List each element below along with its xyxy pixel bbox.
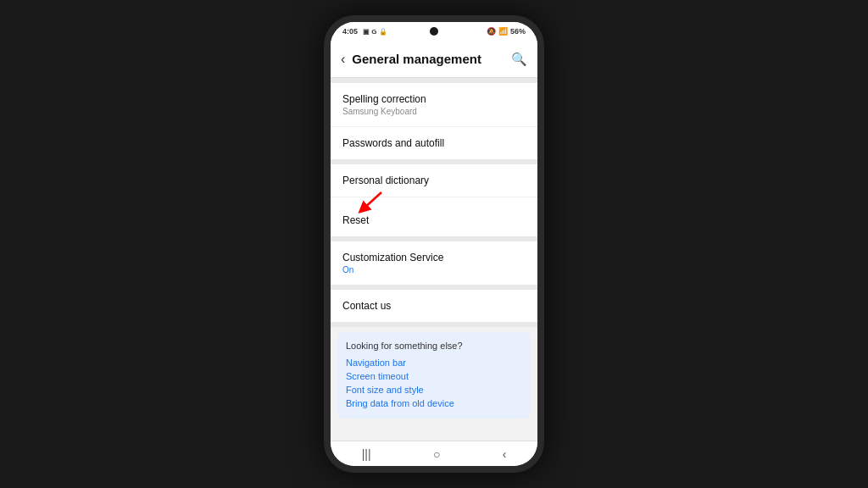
personal-dictionary-title: Personal dictionary: [342, 175, 526, 186]
dictionary-group: Personal dictionary Reset: [331, 164, 537, 236]
customization-group: Customization Service On: [331, 241, 537, 285]
suggestion-link-font[interactable]: Font size and style: [346, 383, 522, 396]
settings-content: Spelling correction Samsung Keyboard Pas…: [331, 78, 537, 441]
customization-item[interactable]: Customization Service On: [331, 241, 537, 285]
svg-line-1: [363, 192, 381, 209]
suggestion-link-navigation[interactable]: Navigation bar: [346, 356, 522, 369]
camera-notch: [430, 27, 438, 36]
spelling-correction-title: Spelling correction: [342, 93, 526, 105]
passwords-title: Passwords and autofill: [342, 137, 526, 149]
page-title: General management: [352, 52, 511, 66]
phone-screen: 4:05 ▣ G 🔒 🔕 📶 56% ‹ General management …: [331, 22, 537, 466]
nav-back-button[interactable]: ‹: [503, 447, 507, 461]
suggestion-link-screen-timeout[interactable]: Screen timeout: [346, 369, 522, 383]
suggestion-box: Looking for something else? Navigation b…: [337, 332, 531, 419]
status-icons: ▣ G 🔒: [363, 28, 387, 36]
suggestion-heading: Looking for something else?: [346, 341, 522, 351]
status-bar: 4:05 ▣ G 🔒 🔕 📶 56%: [331, 22, 537, 41]
search-icon[interactable]: 🔍: [511, 52, 527, 67]
status-right: 🔕 📶 56%: [487, 27, 526, 36]
status-wifi: 📶: [498, 27, 508, 36]
customization-title: Customization Service: [342, 252, 526, 263]
customization-subtitle: On: [342, 265, 526, 274]
red-arrow-indicator: [356, 191, 398, 214]
spelling-correction-item[interactable]: Spelling correction Samsung Keyboard: [331, 83, 537, 127]
passwords-item[interactable]: Passwords and autofill: [331, 127, 537, 159]
nav-home-button[interactable]: ○: [433, 447, 440, 461]
phone-frame: 4:05 ▣ G 🔒 🔕 📶 56% ‹ General management …: [324, 15, 544, 473]
status-battery: 56%: [510, 27, 526, 36]
nav-bar: ||| ○ ‹: [331, 441, 537, 466]
spelling-group: Spelling correction Samsung Keyboard Pas…: [331, 83, 537, 159]
spelling-correction-subtitle: Samsung Keyboard: [342, 107, 526, 116]
status-sound: 🔕: [487, 27, 496, 36]
contact-group: Contact us: [331, 290, 537, 322]
arrow-area: [331, 197, 537, 204]
contact-us-title: Contact us: [342, 300, 526, 312]
top-bar: ‹ General management 🔍: [331, 41, 537, 78]
nav-recent-button[interactable]: |||: [362, 447, 371, 461]
contact-us-item[interactable]: Contact us: [331, 290, 537, 322]
reset-title: Reset: [342, 214, 526, 226]
status-time: 4:05: [342, 27, 358, 36]
suggestion-link-bring-data[interactable]: Bring data from old device: [346, 396, 522, 410]
back-button[interactable]: ‹: [341, 52, 345, 67]
divider-4: [331, 322, 537, 327]
status-left: 4:05 ▣ G 🔒: [342, 27, 387, 36]
